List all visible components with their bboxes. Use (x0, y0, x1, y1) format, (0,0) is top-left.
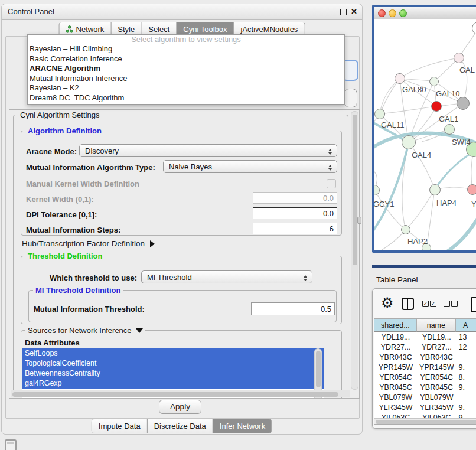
aracne-mode-select[interactable]: Discovery (79, 144, 337, 157)
attribute-item-betweennesscentrality[interactable]: BetweennessCentrality (22, 369, 324, 379)
dpi-tolerance-field[interactable]: 0.0 (253, 207, 337, 219)
column-header-shared[interactable]: shared... (374, 319, 417, 332)
aracne-mode-value: Discovery (85, 146, 119, 155)
node-gal11[interactable] (374, 109, 385, 119)
tab-label: Impute Data (99, 422, 141, 431)
algorithm-option-dream8-dc-tdc-algorithm[interactable]: Dream8 DC_TDC Algorithm (28, 93, 344, 103)
node-label-swi4: SWI4 (452, 138, 471, 146)
node-gal1-red[interactable] (431, 101, 442, 112)
split-columns-icon[interactable] (402, 298, 414, 310)
node-label-gal1: GAL1 (439, 115, 458, 123)
algorithm-option-bayesian-hill-climbing[interactable]: Bayesian – Hill Climbing (28, 44, 344, 54)
node-gal80[interactable] (395, 73, 405, 84)
threshold-definition-group: Threshold Definition Which threshold to … (21, 256, 342, 324)
mi-threshold-field[interactable]: 0.5 (251, 302, 335, 315)
kernel-width-field[interactable]: 0.0 (253, 192, 337, 204)
select-all-icon[interactable]: ✓ (422, 301, 429, 307)
node-label-gal80: GAL80 (402, 85, 426, 94)
select-all-icon[interactable]: ✓ (430, 301, 436, 307)
table-row[interactable]: YBR045CYBR045C9. (374, 382, 476, 392)
mi-threshold-label: Mutual Information Threshold: (34, 305, 145, 314)
table-row[interactable]: YBL079WYBL079W (374, 392, 476, 402)
node-gal4[interactable] (402, 135, 416, 149)
stepper-arrows-icon (328, 146, 333, 156)
settings-horizontal-scrollbar[interactable] (11, 390, 350, 397)
table-row[interactable]: YDR27...YDR27...12 (374, 342, 476, 352)
tab-label: Infer Network (220, 422, 265, 431)
node-hap2[interactable] (401, 225, 410, 234)
which-threshold-value: MI Threshold (147, 273, 192, 282)
node-y[interactable] (467, 184, 476, 195)
tab-label: Discretize Data (154, 422, 206, 431)
aracne-mode-label: Aracne Mode: (26, 147, 77, 156)
node-label-gal: GAL (459, 66, 475, 74)
node-gal[interactable] (454, 53, 464, 63)
manual-kernel-checkbox[interactable] (327, 179, 336, 188)
group-title: Algorithm Definition (25, 126, 104, 135)
sources-title[interactable]: Sources for Network Inference (25, 326, 145, 335)
page-icon[interactable] (471, 297, 476, 312)
table-horizontal-scrollbar[interactable] (374, 418, 476, 425)
tab-label: Style (118, 25, 135, 34)
network-canvas[interactable]: GALGAL80GAL10GAL1GAL11SWI4GAL4GCY1HAP4YH… (374, 19, 476, 250)
table-cell: YBR043C (417, 352, 457, 362)
table-cell: YBR043C (374, 352, 417, 362)
table-cell: YDR27... (417, 342, 457, 352)
group-title: Cyni Algorithm Settings (18, 110, 102, 119)
table-row[interactable]: YER054CYER054C8. (374, 372, 476, 382)
dock-widget-icon[interactable] (5, 439, 17, 450)
gear-icon[interactable]: ⚙ (381, 294, 394, 312)
hub-section-toggle[interactable]: Hub/Transcription Factor Definition (22, 239, 155, 248)
table-cell: 12 (457, 342, 476, 352)
algorithm-option-bayesian-k2[interactable]: Bayesian – K2 (28, 83, 344, 93)
collapse-triangle-icon (136, 328, 143, 333)
network-view-window: GALGAL80GAL10GAL1GAL11SWI4GAL4GCY1HAP4YH… (372, 5, 476, 253)
minimize-traffic-light-icon[interactable] (389, 9, 396, 17)
float-icon[interactable] (340, 9, 347, 15)
deselect-all-icon[interactable] (451, 301, 458, 307)
close-traffic-light-icon[interactable] (378, 9, 386, 17)
node-gal1-green[interactable] (444, 124, 455, 135)
tab-infer-network[interactable]: Infer Network (213, 419, 272, 433)
tab-impute-data[interactable]: Impute Data (92, 419, 147, 433)
table-cell (457, 352, 476, 362)
node-label-hap4: HAP4 (436, 198, 457, 207)
attribute-item-topologicalcoefficient[interactable]: TopologicalCoefficient (22, 358, 324, 369)
table-cell: YER054C (417, 372, 457, 382)
table-row[interactable]: YBR043CYBR043C (374, 352, 476, 362)
column-header-a[interactable]: A (456, 319, 476, 332)
zoom-traffic-light-icon[interactable] (399, 9, 407, 17)
settings-vertical-scrollbar[interactable] (351, 111, 358, 390)
tab-label: Cyni Toolbox (183, 25, 227, 34)
table-cell: YDL19... (374, 332, 417, 342)
attribute-item-selfloops[interactable]: SelfLoops (22, 348, 324, 358)
table-cell: 13 (457, 332, 476, 342)
column-header-name[interactable]: name (417, 319, 456, 332)
algorithm-option-mutual-information-inference[interactable]: Mutual Information Inference (28, 74, 344, 84)
stepper-arrows-icon (303, 273, 308, 282)
apply-button[interactable]: Apply (159, 400, 201, 414)
table-row[interactable]: YDL19...YDL19...13 (374, 332, 476, 342)
mi-steps-field[interactable]: 6 (253, 223, 337, 234)
table-row[interactable]: YPR145WYPR145W9. (374, 362, 476, 372)
algorithm-dropdown-placeholder: Select algorithm to view settings (28, 35, 344, 44)
tab-discretize-data[interactable]: Discretize Data (147, 419, 213, 433)
tab-label: Select (148, 25, 169, 34)
hub-section-label: Hub/Transcription Factor Definition (22, 239, 145, 248)
attribute-item-gal4rgexp[interactable]: gal4RGexp (22, 379, 324, 389)
node-hap4[interactable] (429, 184, 441, 195)
deselect-all-icon[interactable] (444, 301, 450, 307)
node-gal10[interactable] (429, 77, 439, 86)
cyni-bottom-tabs: Impute DataDiscretize DataInfer Network (92, 419, 272, 433)
table-cell: 9. (457, 402, 476, 412)
which-threshold-select[interactable]: MI Threshold (141, 270, 312, 283)
node-gray[interactable] (457, 97, 470, 110)
close-icon[interactable]: ✕ (351, 4, 357, 19)
mi-type-select[interactable]: Naive Bayes (163, 160, 337, 173)
table-row[interactable]: YLR345WYLR345W9. (374, 402, 476, 412)
algorithm-option-aracne-algorithm[interactable]: ARACNE Algorithm (28, 64, 344, 74)
algorithm-option-basic-correlation-inference[interactable]: Basic Correlation Inference (28, 54, 344, 64)
panel-splitter-handle[interactable] (357, 217, 361, 224)
mi-threshold-definition-group: MI Threshold Definition Mutual Informati… (28, 290, 337, 322)
tab-label: Network (76, 25, 105, 34)
